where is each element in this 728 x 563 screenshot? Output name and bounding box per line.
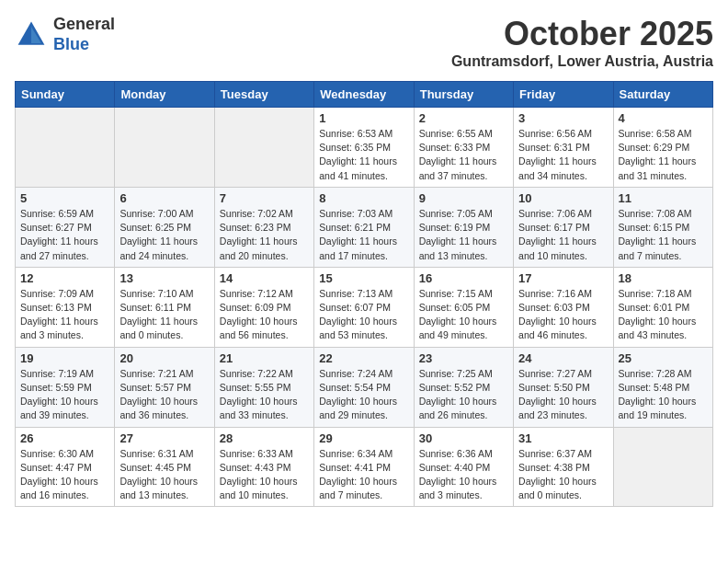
day-number: 14 bbox=[220, 271, 309, 285]
day-info: Sunrise: 6:53 AM Sunset: 6:35 PM Dayligh… bbox=[319, 127, 408, 183]
day-number: 25 bbox=[619, 351, 708, 365]
calendar-cell: 23Sunrise: 7:25 AM Sunset: 5:52 PM Dayli… bbox=[414, 347, 513, 427]
calendar-cell: 6Sunrise: 7:00 AM Sunset: 6:25 PM Daylig… bbox=[115, 187, 214, 267]
weekday-header-tuesday: Tuesday bbox=[214, 82, 313, 108]
week-row-4: 19Sunrise: 7:19 AM Sunset: 5:59 PM Dayli… bbox=[16, 347, 713, 427]
weekday-header-friday: Friday bbox=[514, 82, 613, 108]
day-number: 3 bbox=[518, 111, 608, 125]
title-block: October 2025 Guntramsdorf, Lower Austria… bbox=[451, 15, 713, 70]
calendar-cell: 15Sunrise: 7:13 AM Sunset: 6:07 PM Dayli… bbox=[314, 267, 414, 347]
day-info: Sunrise: 6:59 AM Sunset: 6:27 PM Dayligh… bbox=[20, 207, 109, 263]
day-number: 22 bbox=[319, 351, 408, 365]
day-info: Sunrise: 6:58 AM Sunset: 6:29 PM Dayligh… bbox=[619, 127, 708, 183]
logo-blue: Blue bbox=[53, 35, 115, 55]
day-info: Sunrise: 7:21 AM Sunset: 5:57 PM Dayligh… bbox=[119, 367, 209, 423]
day-number: 26 bbox=[20, 431, 109, 445]
day-number: 16 bbox=[419, 271, 508, 285]
page-header: General Blue October 2025 Guntramsdorf, … bbox=[15, 15, 713, 70]
day-info: Sunrise: 6:33 AM Sunset: 4:43 PM Dayligh… bbox=[220, 447, 309, 503]
calendar-cell: 12Sunrise: 7:09 AM Sunset: 6:13 PM Dayli… bbox=[16, 267, 115, 347]
day-number: 10 bbox=[518, 191, 608, 205]
day-number: 28 bbox=[220, 431, 309, 445]
day-number: 15 bbox=[319, 271, 408, 285]
weekday-header-wednesday: Wednesday bbox=[314, 82, 414, 108]
day-info: Sunrise: 7:25 AM Sunset: 5:52 PM Dayligh… bbox=[419, 367, 508, 423]
day-info: Sunrise: 7:27 AM Sunset: 5:50 PM Dayligh… bbox=[518, 367, 608, 423]
day-info: Sunrise: 7:16 AM Sunset: 6:03 PM Dayligh… bbox=[518, 287, 608, 343]
calendar-cell: 13Sunrise: 7:10 AM Sunset: 6:11 PM Dayli… bbox=[115, 267, 214, 347]
week-row-5: 26Sunrise: 6:30 AM Sunset: 4:47 PM Dayli… bbox=[16, 427, 713, 507]
day-info: Sunrise: 6:30 AM Sunset: 4:47 PM Dayligh… bbox=[20, 447, 109, 503]
day-info: Sunrise: 7:08 AM Sunset: 6:15 PM Dayligh… bbox=[619, 207, 708, 263]
day-info: Sunrise: 7:05 AM Sunset: 6:19 PM Dayligh… bbox=[419, 207, 508, 263]
day-info: Sunrise: 6:37 AM Sunset: 4:38 PM Dayligh… bbox=[518, 447, 608, 503]
logo: General Blue bbox=[15, 15, 115, 54]
calendar-table: SundayMondayTuesdayWednesdayThursdayFrid… bbox=[15, 81, 713, 507]
logo-icon bbox=[15, 18, 48, 52]
day-info: Sunrise: 7:22 AM Sunset: 5:55 PM Dayligh… bbox=[220, 367, 309, 423]
weekday-header-sunday: Sunday bbox=[16, 82, 115, 108]
weekday-header-row: SundayMondayTuesdayWednesdayThursdayFrid… bbox=[16, 82, 713, 108]
calendar-cell: 21Sunrise: 7:22 AM Sunset: 5:55 PM Dayli… bbox=[214, 347, 313, 427]
calendar-cell: 5Sunrise: 6:59 AM Sunset: 6:27 PM Daylig… bbox=[16, 187, 115, 267]
calendar-cell: 2Sunrise: 6:55 AM Sunset: 6:33 PM Daylig… bbox=[414, 108, 513, 188]
day-info: Sunrise: 7:24 AM Sunset: 5:54 PM Dayligh… bbox=[319, 367, 408, 423]
day-number: 11 bbox=[619, 191, 708, 205]
calendar-cell bbox=[214, 108, 313, 188]
day-info: Sunrise: 7:00 AM Sunset: 6:25 PM Dayligh… bbox=[119, 207, 209, 263]
calendar-cell: 7Sunrise: 7:02 AM Sunset: 6:23 PM Daylig… bbox=[214, 187, 313, 267]
day-number: 31 bbox=[518, 431, 608, 445]
day-number: 8 bbox=[319, 191, 408, 205]
logo-text: General Blue bbox=[53, 15, 115, 54]
calendar-cell: 27Sunrise: 6:31 AM Sunset: 4:45 PM Dayli… bbox=[115, 427, 214, 507]
calendar-cell: 29Sunrise: 6:34 AM Sunset: 4:41 PM Dayli… bbox=[314, 427, 414, 507]
day-number: 7 bbox=[220, 191, 309, 205]
calendar-cell: 26Sunrise: 6:30 AM Sunset: 4:47 PM Dayli… bbox=[16, 427, 115, 507]
day-number: 30 bbox=[419, 431, 508, 445]
day-number: 29 bbox=[319, 431, 408, 445]
logo-general: General bbox=[53, 15, 115, 35]
day-number: 5 bbox=[20, 191, 109, 205]
day-number: 13 bbox=[119, 271, 209, 285]
day-info: Sunrise: 6:56 AM Sunset: 6:31 PM Dayligh… bbox=[518, 127, 608, 183]
calendar-cell: 8Sunrise: 7:03 AM Sunset: 6:21 PM Daylig… bbox=[314, 187, 414, 267]
calendar-cell: 9Sunrise: 7:05 AM Sunset: 6:19 PM Daylig… bbox=[414, 187, 513, 267]
day-number: 2 bbox=[419, 111, 508, 125]
calendar-cell: 25Sunrise: 7:28 AM Sunset: 5:48 PM Dayli… bbox=[613, 347, 712, 427]
day-number: 17 bbox=[518, 271, 608, 285]
day-number: 4 bbox=[619, 111, 708, 125]
day-info: Sunrise: 7:18 AM Sunset: 6:01 PM Dayligh… bbox=[619, 287, 708, 343]
day-info: Sunrise: 6:31 AM Sunset: 4:45 PM Dayligh… bbox=[119, 447, 209, 503]
calendar-cell: 4Sunrise: 6:58 AM Sunset: 6:29 PM Daylig… bbox=[613, 108, 712, 188]
day-info: Sunrise: 7:28 AM Sunset: 5:48 PM Dayligh… bbox=[619, 367, 708, 423]
day-number: 20 bbox=[119, 351, 209, 365]
day-info: Sunrise: 6:34 AM Sunset: 4:41 PM Dayligh… bbox=[319, 447, 408, 503]
day-number: 6 bbox=[119, 191, 209, 205]
calendar-cell: 20Sunrise: 7:21 AM Sunset: 5:57 PM Dayli… bbox=[115, 347, 214, 427]
day-number: 21 bbox=[220, 351, 309, 365]
day-info: Sunrise: 7:12 AM Sunset: 6:09 PM Dayligh… bbox=[220, 287, 309, 343]
day-number: 19 bbox=[20, 351, 109, 365]
day-number: 24 bbox=[518, 351, 608, 365]
day-info: Sunrise: 6:55 AM Sunset: 6:33 PM Dayligh… bbox=[419, 127, 508, 183]
day-number: 27 bbox=[119, 431, 209, 445]
day-number: 23 bbox=[419, 351, 508, 365]
calendar-cell: 3Sunrise: 6:56 AM Sunset: 6:31 PM Daylig… bbox=[514, 108, 613, 188]
day-info: Sunrise: 6:36 AM Sunset: 4:40 PM Dayligh… bbox=[419, 447, 508, 503]
day-number: 1 bbox=[319, 111, 408, 125]
weekday-header-monday: Monday bbox=[115, 82, 214, 108]
day-info: Sunrise: 7:06 AM Sunset: 6:17 PM Dayligh… bbox=[518, 207, 608, 263]
day-info: Sunrise: 7:02 AM Sunset: 6:23 PM Dayligh… bbox=[220, 207, 309, 263]
calendar-cell: 28Sunrise: 6:33 AM Sunset: 4:43 PM Dayli… bbox=[214, 427, 313, 507]
week-row-1: 1Sunrise: 6:53 AM Sunset: 6:35 PM Daylig… bbox=[16, 108, 713, 188]
calendar-cell: 17Sunrise: 7:16 AM Sunset: 6:03 PM Dayli… bbox=[514, 267, 613, 347]
weekday-header-saturday: Saturday bbox=[613, 82, 712, 108]
day-info: Sunrise: 7:19 AM Sunset: 5:59 PM Dayligh… bbox=[20, 367, 109, 423]
weekday-header-thursday: Thursday bbox=[414, 82, 513, 108]
calendar-cell: 11Sunrise: 7:08 AM Sunset: 6:15 PM Dayli… bbox=[613, 187, 712, 267]
month-title: October 2025 bbox=[451, 15, 713, 53]
calendar-cell: 24Sunrise: 7:27 AM Sunset: 5:50 PM Dayli… bbox=[514, 347, 613, 427]
calendar-cell: 16Sunrise: 7:15 AM Sunset: 6:05 PM Dayli… bbox=[414, 267, 513, 347]
calendar-cell bbox=[613, 427, 712, 507]
calendar-cell: 10Sunrise: 7:06 AM Sunset: 6:17 PM Dayli… bbox=[514, 187, 613, 267]
